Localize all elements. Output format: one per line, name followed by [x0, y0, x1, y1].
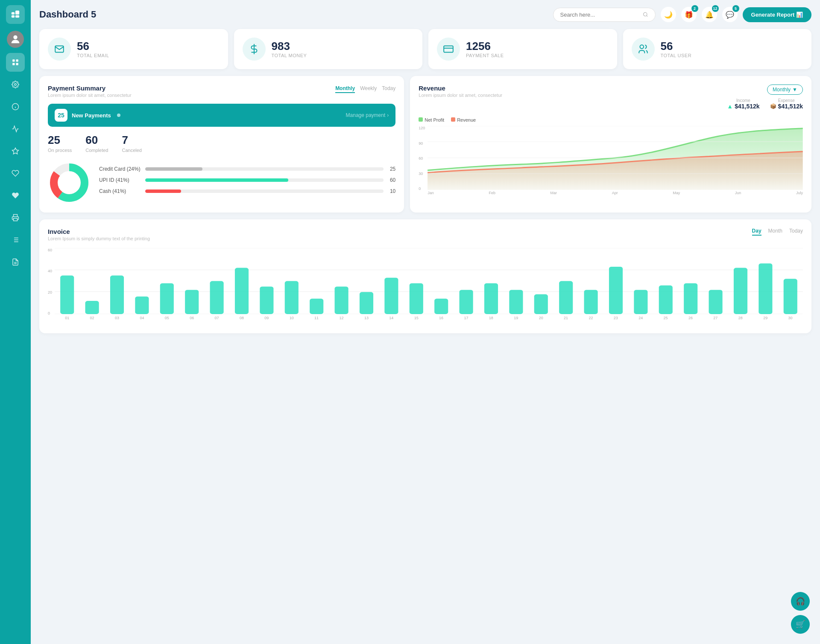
- stat-user-label: TOTAL USER: [661, 53, 692, 58]
- cart-button[interactable]: 🛒: [791, 615, 810, 634]
- search-input[interactable]: [560, 12, 639, 18]
- invoice-bar: [110, 276, 124, 314]
- bell-button[interactable]: 🔔 12: [702, 7, 717, 22]
- theme-toggle[interactable]: 🌙: [661, 7, 676, 22]
- income-amount: ▲ $41,512k: [727, 103, 759, 110]
- on-process-label: On process: [48, 148, 72, 153]
- sidebar-item-analytics[interactable]: [6, 119, 25, 138]
- income-label: Income: [727, 98, 759, 103]
- invoice-bar: [260, 286, 273, 314]
- invoice-bar: [684, 283, 697, 314]
- search-bar: [553, 8, 656, 22]
- stat-email-number: 56: [77, 40, 109, 52]
- sidebar-item-dashboard[interactable]: [6, 53, 25, 72]
- invoice-bar: [434, 299, 448, 314]
- stat-money-number: 983: [272, 40, 307, 52]
- svg-point-9: [15, 84, 17, 86]
- payment-icon-wrap: [437, 38, 460, 61]
- expense-label: Expense: [770, 98, 803, 103]
- canceled-label: Canceled: [122, 148, 141, 153]
- support-button[interactable]: 🎧: [791, 592, 810, 611]
- svg-point-23: [643, 12, 647, 16]
- chat-button[interactable]: 💬 5: [722, 7, 738, 22]
- invoice-bar: [135, 297, 149, 314]
- stat-card-email: 56 TOTAL EMAIL: [39, 29, 228, 69]
- invoice-bar: [335, 286, 348, 314]
- sidebar-item-settings[interactable]: [6, 75, 25, 94]
- revenue-area-chart: [428, 126, 803, 190]
- generate-report-button[interactable]: Generate Report 📊: [743, 7, 811, 22]
- invoice-bar: [185, 290, 199, 314]
- invoice-bar: [758, 263, 772, 314]
- sidebar-item-list[interactable]: [6, 230, 25, 249]
- invoice-tab-day[interactable]: Day: [752, 228, 761, 236]
- avatar[interactable]: [7, 31, 24, 48]
- sidebar-item-star[interactable]: [6, 142, 25, 160]
- invoice-chart: 0 20 40 60 01020304050607080910111213141…: [48, 248, 803, 325]
- search-icon: [643, 12, 648, 17]
- floating-buttons: 🎧 🛒: [791, 592, 810, 634]
- bar-label-credit: Credit Card (24%): [99, 166, 142, 172]
- payment-tab-weekly[interactable]: Weekly: [360, 85, 377, 93]
- invoice-tab-month[interactable]: Month: [768, 228, 782, 236]
- svg-point-4: [13, 35, 17, 39]
- gift-button[interactable]: 🎁 2: [681, 7, 697, 22]
- invoice-bar: [734, 268, 747, 315]
- page-title: Dashboard 5: [39, 9, 548, 20]
- sidebar-item-heart2[interactable]: [6, 186, 25, 205]
- invoice-bar: [60, 276, 74, 314]
- sidebar-item-heart1[interactable]: [6, 164, 25, 183]
- revenue-legend: Net Profit Revenue: [419, 117, 803, 122]
- sidebar-item-doc[interactable]: [6, 253, 25, 271]
- svg-marker-13: [12, 148, 19, 154]
- payment-summary-card: Payment Summary Lorem ipsum dolor sit am…: [39, 76, 404, 213]
- on-process-number: 25: [48, 134, 72, 147]
- invoice-bar: [160, 283, 174, 314]
- payment-icon: [443, 44, 454, 55]
- svg-rect-6: [16, 59, 18, 61]
- svg-rect-0: [12, 12, 15, 15]
- svg-rect-7: [12, 63, 15, 65]
- invoice-bar: [310, 299, 323, 314]
- svg-rect-5: [12, 59, 15, 61]
- svg-line-24: [647, 15, 647, 16]
- revenue-subtitle: Lorem ipsum dolor sit amet, consectetur: [419, 93, 502, 98]
- svg-rect-8: [16, 63, 18, 65]
- income-icon: ▲: [727, 103, 733, 110]
- email-icon: [54, 44, 65, 55]
- svg-rect-27: [444, 46, 453, 52]
- header: Dashboard 5 🌙 🎁 2 🔔 12 💬 5 Generate Repo…: [39, 7, 811, 22]
- manage-payment-link[interactable]: Manage payment ›: [346, 112, 389, 118]
- invoice-title: Invoice: [48, 228, 150, 235]
- invoice-tab-today[interactable]: Today: [789, 228, 803, 236]
- svg-rect-3: [15, 15, 19, 18]
- sidebar-item-print[interactable]: [6, 208, 25, 227]
- completed-label: Completed: [85, 148, 108, 153]
- payment-tab-today[interactable]: Today: [382, 85, 395, 93]
- invoice-bar: [410, 283, 423, 314]
- invoice-bar: [460, 290, 473, 314]
- bell-badge: 12: [712, 5, 719, 12]
- invoice-bar: [85, 301, 99, 314]
- expense-icon: 📦: [770, 103, 776, 109]
- revenue-x-labels: Jan Feb Mar Apr May Jun July: [428, 190, 803, 195]
- bar-row-cash: Cash (41%) 10: [99, 188, 395, 194]
- main-content: Dashboard 5 🌙 🎁 2 🔔 12 💬 5 Generate Repo…: [31, 0, 820, 644]
- invoice-bar: [360, 292, 373, 314]
- bar-track-credit: [145, 167, 384, 171]
- invoice-bar: [559, 281, 573, 315]
- gift-badge: 2: [691, 5, 698, 12]
- stat-money-label: TOTAL MONEY: [272, 53, 307, 58]
- invoice-bar: [784, 279, 797, 314]
- donut-chart: [48, 161, 91, 204]
- bar-fill-upi: [145, 178, 288, 182]
- revenue-monthly-dropdown[interactable]: Monthly ▼: [767, 85, 803, 95]
- email-icon-wrap: [48, 38, 71, 61]
- stats-row: 56 TOTAL EMAIL 983 TOTAL MONEY 125: [39, 29, 811, 69]
- invoice-bar-chart-svg: [55, 248, 803, 314]
- bar-value-credit: 25: [387, 166, 395, 172]
- bar-value-cash: 10: [387, 188, 395, 194]
- sidebar-item-info[interactable]: [6, 97, 25, 116]
- sidebar-logo[interactable]: [6, 5, 25, 24]
- payment-tab-monthly[interactable]: Monthly: [335, 85, 355, 93]
